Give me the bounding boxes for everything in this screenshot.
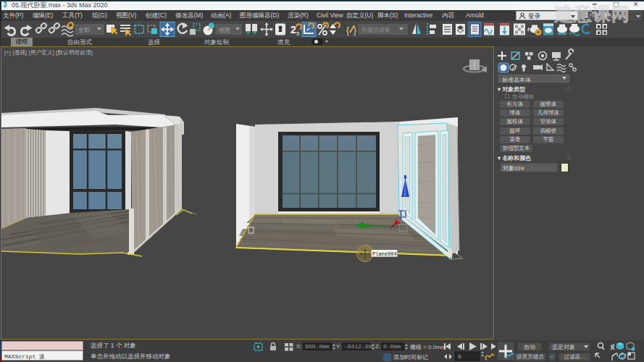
svg-text:Plane004: Plane004 bbox=[372, 251, 397, 257]
svg-text:全部: 全部 bbox=[78, 27, 90, 33]
svg-text:{: { bbox=[346, 25, 349, 35]
svg-text:2: 2 bbox=[290, 24, 296, 35]
svg-text:视图: 视图 bbox=[218, 27, 230, 33]
svg-text:0: 0 bbox=[458, 353, 461, 360]
svg-text:创建选择集: 创建选择集 bbox=[361, 27, 390, 33]
svg-text:5: 5 bbox=[296, 30, 300, 37]
